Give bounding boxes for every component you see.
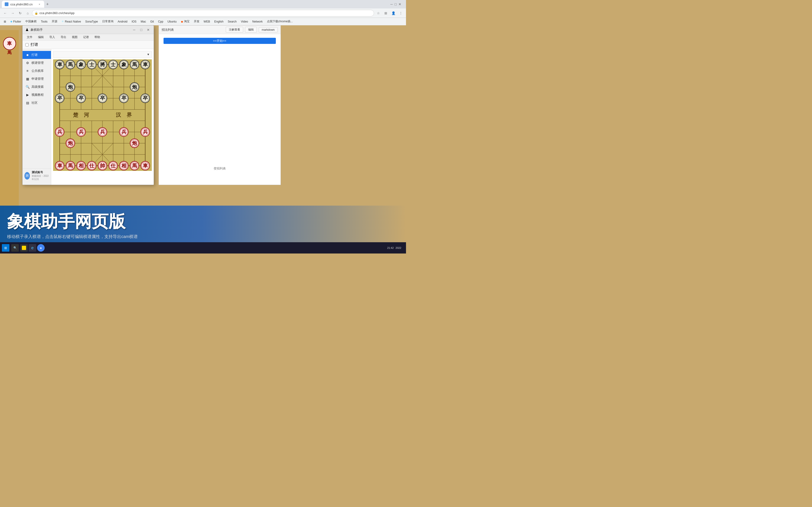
- start-btn[interactable]: ⊞: [2, 244, 9, 251]
- sidebar-apply-label: 申请管理: [32, 77, 44, 81]
- back-btn[interactable]: ←: [2, 10, 8, 16]
- main-content: 兵 炮 車 炮 馬 ♟ 象棋助手 ─ □ ✕ 文件 编辑 导入 导出 视图 记谱…: [0, 25, 406, 244]
- avatar: 测: [24, 172, 30, 180]
- sidebar-item-search[interactable]: 🔍 高级搜索: [22, 83, 51, 91]
- modal-title: 象棋助手: [31, 28, 130, 32]
- tab-close-btn[interactable]: ×: [38, 2, 41, 6]
- sidebar-item-dapu[interactable]: ■ 打谱: [22, 51, 51, 59]
- modal-minimize-btn[interactable]: ─: [132, 27, 137, 33]
- taskbar: ⊞ 🔍 e ● 21:42 2022: [0, 242, 406, 253]
- modal-maximize-btn[interactable]: □: [139, 27, 144, 33]
- bookmark-english[interactable]: English: [212, 19, 225, 24]
- bookmark-tools[interactable]: Tools: [39, 19, 49, 24]
- refresh-btn[interactable]: ↻: [17, 10, 23, 16]
- new-tab-btn[interactable]: +: [44, 1, 51, 7]
- taskbar-search[interactable]: 🔍: [11, 244, 19, 251]
- game-dropdown[interactable]: ▼: [53, 51, 152, 58]
- bookmark-ubuntu[interactable]: Ubuntu: [166, 19, 179, 24]
- bookmark-network[interactable]: Network: [250, 19, 264, 24]
- sidebar-community-label: 社区: [32, 101, 38, 105]
- home-btn[interactable]: ⌂: [24, 10, 31, 16]
- maximize-btn[interactable]: □: [395, 2, 397, 6]
- minimize-btn[interactable]: ─: [391, 2, 393, 6]
- lock-icon: 🔒: [35, 11, 38, 15]
- sidebar-public-label: 公共棋库: [32, 69, 44, 73]
- tray-time: 21:42: [387, 246, 394, 249]
- tab-favicon: [5, 2, 8, 6]
- sidebar-item-video[interactable]: ▶ 视频教程: [22, 91, 51, 99]
- folder-icon: [22, 246, 26, 250]
- extensions-btn[interactable]: ⊞: [383, 10, 389, 16]
- bookmark-react-native[interactable]: ⚛ React Native: [60, 19, 83, 24]
- active-tab[interactable]: cca.yhdm360.cn ×: [2, 1, 44, 8]
- taskbar-edge[interactable]: e: [29, 244, 36, 251]
- bookmark-btn[interactable]: ☆: [375, 10, 382, 16]
- manage-icon: ⚙: [26, 61, 30, 65]
- edit-btn[interactable]: 编辑: [245, 27, 257, 33]
- bookmark-dev[interactable]: 开发: [192, 19, 201, 24]
- bookmark-cpp[interactable]: Cpp: [156, 19, 165, 24]
- chrome-close-btn[interactable]: ✕: [399, 2, 401, 6]
- sidebar-item-public[interactable]: ✳ 公共棋库: [22, 67, 51, 75]
- menu-import[interactable]: 导入: [47, 35, 57, 40]
- user-info: 测试账号 初级回目：2022年12月: [32, 170, 49, 181]
- community-icon: ▤: [26, 101, 30, 105]
- menu-edit[interactable]: 编辑: [36, 35, 46, 40]
- analysis-content: ==开始==: [159, 34, 281, 48]
- bookmark-mac[interactable]: Mac: [139, 19, 148, 24]
- menu-export[interactable]: 导出: [58, 35, 68, 40]
- bookmark-flutter[interactable]: ◆ Flutter: [8, 19, 23, 24]
- sidebar-item-manage[interactable]: ⚙ 棋谱管理: [22, 59, 51, 67]
- menu-view[interactable]: 视图: [69, 35, 80, 40]
- modal-menubar: 文件 编辑 导入 导出 视图 记谱 帮助: [22, 34, 154, 41]
- app-sidebar: ■ 打谱 ⚙ 棋谱管理 ✳ 公共棋库 ▦ 申请管理 🔍 高级搜索: [22, 49, 51, 185]
- address-url: cca.yhdm360.cn/chesApp: [40, 11, 74, 15]
- bookmark-android[interactable]: Android: [116, 19, 129, 24]
- menu-help[interactable]: 帮助: [92, 35, 102, 40]
- apply-icon: ▦: [26, 77, 30, 81]
- browser-chrome: cca.yhdm360.cn × + ─ □ ✕ ← → ↻ ⌂ 🔒 cca.y…: [0, 0, 406, 25]
- bookmark-taobao[interactable]: ◆ 淘宝: [179, 19, 192, 24]
- address-bar[interactable]: 🔒 cca.yhdm360.cn/chesApp: [32, 10, 374, 16]
- sidebar-item-apply[interactable]: ▦ 申请管理: [22, 75, 51, 83]
- watermark-main-text: 象棋助手网页版: [7, 210, 399, 233]
- bookmark-search[interactable]: Search: [226, 19, 239, 24]
- profile-btn[interactable]: 👤: [390, 10, 397, 16]
- bookmark-web[interactable]: WEB: [202, 19, 212, 24]
- tab-title: cca.yhdm360.cn: [10, 3, 33, 6]
- bookmark-kaiyuan[interactable]: 开源: [50, 19, 59, 24]
- bookmark-video[interactable]: Video: [239, 19, 250, 24]
- analysis-active-item[interactable]: ==开始==: [163, 38, 276, 44]
- menu-btn[interactable]: ⋮: [398, 10, 404, 16]
- bookmark-git[interactable]: Git: [149, 19, 156, 24]
- user-area: 测 测试账号 初级回目：2022年12月: [22, 168, 51, 183]
- modal-titlebar: ♟ 象棋助手 ─ □ ✕: [22, 25, 154, 34]
- video-icon: ▶: [26, 93, 30, 97]
- sidebar-video-label: 视频教程: [32, 93, 44, 97]
- chess-board-area: ▼: [51, 49, 154, 185]
- bookmark-apps[interactable]: ⊞: [2, 19, 8, 24]
- bookmark-download[interactable]: 点我下载chrome插...: [265, 19, 295, 24]
- chess-canvas[interactable]: [53, 59, 152, 171]
- annotate-btn[interactable]: 注解查看: [226, 27, 243, 33]
- user-name: 测试账号: [32, 170, 49, 174]
- sidebar-manage-label: 棋谱管理: [32, 61, 44, 65]
- menu-file[interactable]: 文件: [24, 35, 35, 40]
- taskbar-file[interactable]: [20, 244, 28, 251]
- dapu-checkbox[interactable]: [26, 43, 29, 47]
- dropdown-arrow: ▼: [147, 53, 150, 56]
- bookmark-chess[interactable]: 中国象棋: [23, 19, 39, 24]
- taskbar-chrome[interactable]: ●: [37, 244, 45, 251]
- user-sub: 初级回目：2022年12月: [32, 174, 49, 181]
- bookmark-daily[interactable]: 日常查询: [100, 19, 115, 24]
- chess-app-modal: ♟ 象棋助手 ─ □ ✕ 文件 编辑 导入 导出 视图 记谱 帮助 打谱 ■: [22, 25, 154, 185]
- forward-btn[interactable]: →: [9, 10, 16, 16]
- markdown-btn[interactable]: markdown: [259, 27, 278, 33]
- bookmark-ios[interactable]: IOS: [130, 19, 138, 24]
- menu-record[interactable]: 记谱: [81, 35, 91, 40]
- sidebar-item-community[interactable]: ▤ 社区: [22, 99, 51, 107]
- bookmarks-bar: ⊞ ◆ Flutter 中国象棋 Tools 开源 ⚛ React Native…: [0, 18, 406, 25]
- modal-close-btn[interactable]: ✕: [146, 27, 151, 33]
- bookmark-sonatype[interactable]: SonaType: [84, 19, 100, 24]
- modal-toolbar: 打谱: [22, 41, 154, 49]
